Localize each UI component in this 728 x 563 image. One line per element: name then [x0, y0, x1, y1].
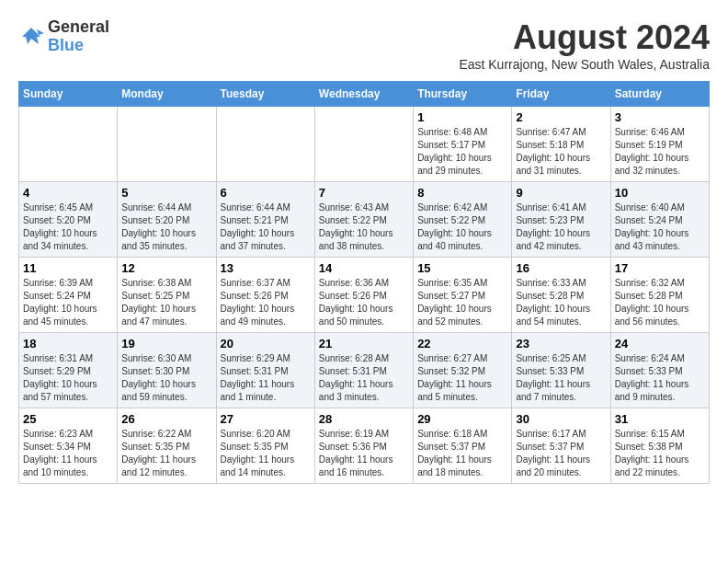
calendar-cell-w4-d2: 19Sunrise: 6:30 AMSunset: 5:30 PMDayligh… — [118, 333, 216, 408]
day-info: Sunrise: 6:30 AMSunset: 5:30 PMDaylight:… — [121, 352, 211, 404]
day-info: Sunrise: 6:19 AMSunset: 5:36 PMDaylight:… — [319, 428, 409, 479]
calendar-table: SundayMondayTuesdayWednesdayThursdayFrid… — [18, 81, 710, 484]
svg-marker-1 — [37, 29, 44, 35]
day-number: 16 — [516, 261, 606, 275]
header-wednesday: Wednesday — [314, 82, 413, 107]
day-number: 4 — [23, 186, 113, 200]
day-info: Sunrise: 6:25 AMSunset: 5:33 PMDaylight:… — [516, 352, 606, 404]
day-number: 3 — [615, 110, 705, 124]
day-info: Sunrise: 6:22 AMSunset: 5:35 PMDaylight:… — [121, 428, 211, 479]
day-number: 11 — [23, 261, 113, 275]
week-row-4: 18Sunrise: 6:31 AMSunset: 5:29 PMDayligh… — [19, 333, 710, 408]
calendar-cell-w3-d7: 17Sunrise: 6:32 AMSunset: 5:28 PMDayligh… — [610, 258, 709, 333]
calendar-cell-w3-d3: 13Sunrise: 6:37 AMSunset: 5:26 PMDayligh… — [216, 258, 314, 333]
day-number: 8 — [417, 186, 507, 200]
day-number: 25 — [23, 412, 113, 426]
calendar-cell-w5-d3: 27Sunrise: 6:20 AMSunset: 5:35 PMDayligh… — [216, 408, 314, 484]
day-info: Sunrise: 6:15 AMSunset: 5:38 PMDaylight:… — [615, 428, 705, 479]
week-row-3: 11Sunrise: 6:39 AMSunset: 5:24 PMDayligh… — [19, 258, 710, 333]
calendar-cell-w3-d1: 11Sunrise: 6:39 AMSunset: 5:24 PMDayligh… — [19, 258, 118, 333]
calendar-cell-w5-d2: 26Sunrise: 6:22 AMSunset: 5:35 PMDayligh… — [118, 408, 216, 484]
page-header: GeneralBlue August 2024 East Kurrajong, … — [18, 18, 710, 72]
calendar-cell-w1-d5: 1Sunrise: 6:48 AMSunset: 5:17 PMDaylight… — [414, 107, 512, 182]
day-info: Sunrise: 6:41 AMSunset: 5:23 PMDaylight:… — [516, 201, 606, 253]
day-info: Sunrise: 6:44 AMSunset: 5:21 PMDaylight:… — [221, 201, 311, 253]
day-number: 31 — [615, 412, 705, 426]
day-number: 6 — [221, 186, 311, 200]
day-info: Sunrise: 6:28 AMSunset: 5:31 PMDaylight:… — [319, 352, 409, 404]
day-info: Sunrise: 6:24 AMSunset: 5:33 PMDaylight:… — [615, 352, 705, 404]
calendar-header-row: SundayMondayTuesdayWednesdayThursdayFrid… — [19, 82, 710, 107]
day-number: 24 — [615, 337, 705, 350]
calendar-cell-w5-d5: 29Sunrise: 6:18 AMSunset: 5:37 PMDayligh… — [414, 408, 512, 484]
day-number: 14 — [319, 261, 409, 275]
month-title: August 2024 — [459, 18, 710, 57]
day-number: 19 — [121, 337, 211, 350]
header-sunday: Sunday — [19, 82, 118, 107]
day-number: 10 — [615, 186, 705, 200]
day-info: Sunrise: 6:40 AMSunset: 5:24 PMDaylight:… — [615, 201, 705, 253]
header-friday: Friday — [512, 82, 610, 107]
calendar-cell-w4-d5: 22Sunrise: 6:27 AMSunset: 5:32 PMDayligh… — [414, 333, 512, 408]
day-info: Sunrise: 6:31 AMSunset: 5:29 PMDaylight:… — [23, 352, 113, 404]
day-number: 17 — [615, 261, 705, 275]
day-info: Sunrise: 6:17 AMSunset: 5:37 PMDaylight:… — [516, 428, 606, 479]
day-number: 2 — [516, 110, 606, 124]
day-info: Sunrise: 6:47 AMSunset: 5:18 PMDaylight:… — [516, 126, 606, 178]
calendar-cell-w1-d7: 3Sunrise: 6:46 AMSunset: 5:19 PMDaylight… — [610, 107, 709, 182]
day-info: Sunrise: 6:27 AMSunset: 5:32 PMDaylight:… — [417, 352, 507, 404]
header-monday: Monday — [118, 82, 216, 107]
calendar-cell-w2-d5: 8Sunrise: 6:42 AMSunset: 5:22 PMDaylight… — [414, 182, 512, 258]
day-number: 26 — [121, 412, 211, 426]
calendar-cell-w3-d5: 15Sunrise: 6:35 AMSunset: 5:27 PMDayligh… — [414, 258, 512, 333]
calendar-cell-w2-d2: 5Sunrise: 6:44 AMSunset: 5:20 PMDaylight… — [118, 182, 216, 258]
day-info: Sunrise: 6:36 AMSunset: 5:26 PMDaylight:… — [319, 277, 409, 328]
day-number: 13 — [221, 261, 311, 275]
day-number: 18 — [23, 337, 113, 350]
day-info: Sunrise: 6:43 AMSunset: 5:22 PMDaylight:… — [319, 201, 409, 253]
day-number: 15 — [417, 261, 507, 275]
calendar-cell-w5-d1: 25Sunrise: 6:23 AMSunset: 5:34 PMDayligh… — [19, 408, 118, 484]
calendar-cell-w2-d3: 6Sunrise: 6:44 AMSunset: 5:21 PMDaylight… — [216, 182, 314, 258]
day-info: Sunrise: 6:20 AMSunset: 5:35 PMDaylight:… — [221, 428, 311, 479]
day-number: 30 — [516, 412, 606, 426]
day-number: 7 — [319, 186, 409, 200]
day-number: 1 — [417, 110, 507, 124]
logo-icon — [18, 24, 44, 50]
logo: GeneralBlue — [18, 18, 109, 55]
calendar-cell-w5-d7: 31Sunrise: 6:15 AMSunset: 5:38 PMDayligh… — [610, 408, 709, 484]
calendar-cell-w4-d6: 23Sunrise: 6:25 AMSunset: 5:33 PMDayligh… — [512, 333, 610, 408]
day-number: 5 — [121, 186, 211, 200]
day-info: Sunrise: 6:42 AMSunset: 5:22 PMDaylight:… — [417, 201, 507, 253]
calendar-cell-w3-d6: 16Sunrise: 6:33 AMSunset: 5:28 PMDayligh… — [512, 258, 610, 333]
day-info: Sunrise: 6:44 AMSunset: 5:20 PMDaylight:… — [121, 201, 211, 253]
day-info: Sunrise: 6:18 AMSunset: 5:37 PMDaylight:… — [417, 428, 507, 479]
calendar-cell-w2-d7: 10Sunrise: 6:40 AMSunset: 5:24 PMDayligh… — [610, 182, 709, 258]
header-thursday: Thursday — [414, 82, 512, 107]
calendar-cell-w1-d2 — [118, 107, 216, 182]
day-info: Sunrise: 6:38 AMSunset: 5:25 PMDaylight:… — [121, 277, 211, 328]
calendar-cell-w5-d4: 28Sunrise: 6:19 AMSunset: 5:36 PMDayligh… — [314, 408, 413, 484]
calendar-cell-w4-d1: 18Sunrise: 6:31 AMSunset: 5:29 PMDayligh… — [19, 333, 118, 408]
day-info: Sunrise: 6:23 AMSunset: 5:34 PMDaylight:… — [23, 428, 113, 479]
day-number: 9 — [516, 186, 606, 200]
week-row-1: 1Sunrise: 6:48 AMSunset: 5:17 PMDaylight… — [19, 107, 710, 182]
day-info: Sunrise: 6:45 AMSunset: 5:20 PMDaylight:… — [23, 201, 113, 253]
title-block: August 2024 East Kurrajong, New South Wa… — [459, 18, 710, 72]
day-info: Sunrise: 6:29 AMSunset: 5:31 PMDaylight:… — [221, 352, 311, 404]
week-row-5: 25Sunrise: 6:23 AMSunset: 5:34 PMDayligh… — [19, 408, 710, 484]
calendar-cell-w2-d6: 9Sunrise: 6:41 AMSunset: 5:23 PMDaylight… — [512, 182, 610, 258]
calendar-cell-w1-d6: 2Sunrise: 6:47 AMSunset: 5:18 PMDaylight… — [512, 107, 610, 182]
day-number: 28 — [319, 412, 409, 426]
day-number: 20 — [221, 337, 311, 350]
day-info: Sunrise: 6:46 AMSunset: 5:19 PMDaylight:… — [615, 126, 705, 178]
day-info: Sunrise: 6:39 AMSunset: 5:24 PMDaylight:… — [23, 277, 113, 328]
location-subtitle: East Kurrajong, New South Wales, Austral… — [459, 57, 710, 72]
calendar-cell-w3-d4: 14Sunrise: 6:36 AMSunset: 5:26 PMDayligh… — [314, 258, 413, 333]
calendar-cell-w4-d4: 21Sunrise: 6:28 AMSunset: 5:31 PMDayligh… — [314, 333, 413, 408]
day-info: Sunrise: 6:48 AMSunset: 5:17 PMDaylight:… — [417, 126, 507, 178]
calendar-cell-w1-d3 — [216, 107, 314, 182]
calendar-cell-w1-d4 — [314, 107, 413, 182]
day-info: Sunrise: 6:33 AMSunset: 5:28 PMDaylight:… — [516, 277, 606, 328]
calendar-cell-w4-d3: 20Sunrise: 6:29 AMSunset: 5:31 PMDayligh… — [216, 333, 314, 408]
